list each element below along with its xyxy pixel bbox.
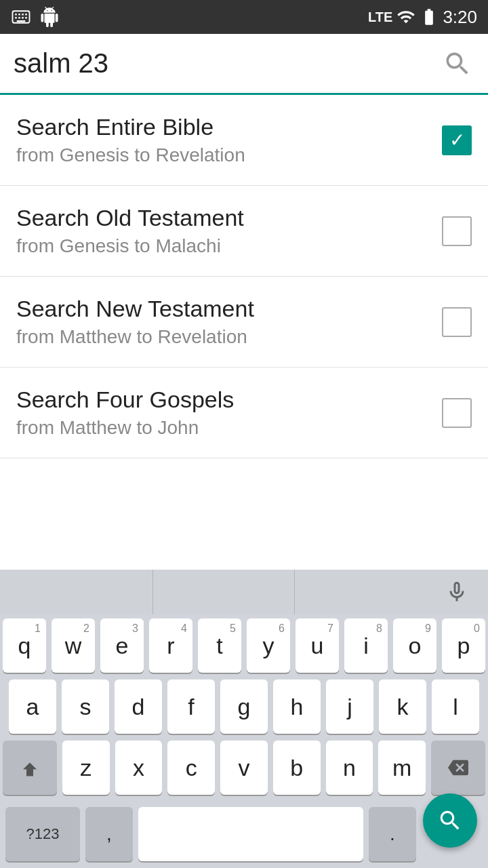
key-i[interactable]: 8i: [344, 618, 388, 673]
shift-key[interactable]: [3, 741, 57, 795]
key-f[interactable]: f: [167, 679, 215, 734]
key-z[interactable]: z: [62, 741, 110, 795]
key-w[interactable]: 2w: [52, 618, 95, 673]
status-bar: LTE 3:20: [0, 0, 488, 34]
key-n[interactable]: n: [326, 741, 373, 795]
checkbox-entire-bible[interactable]: ✓: [442, 125, 472, 155]
option-title-old-testament: Search Old Testament: [16, 205, 442, 231]
key-d[interactable]: d: [115, 679, 162, 734]
svg-rect-10: [26, 774, 33, 776]
key-t[interactable]: 5t: [198, 618, 241, 673]
search-button[interactable]: [441, 47, 474, 81]
option-four-gospels[interactable]: Search Four Gospels from Matthew to John: [0, 368, 488, 458]
key-v[interactable]: v: [220, 741, 268, 795]
option-new-testament[interactable]: Search New Testament from Matthew to Rev…: [0, 277, 488, 368]
search-fab-icon: [437, 808, 463, 833]
keyboard-suggestions: [11, 570, 436, 614]
option-subtitle-four-gospels: from Matthew to John: [16, 417, 442, 439]
option-old-testament[interactable]: Search Old Testament from Genesis to Mal…: [0, 186, 488, 277]
lte-icon: LTE: [368, 9, 392, 25]
status-left-icons: [11, 7, 60, 27]
mic-button[interactable]: [436, 572, 477, 612]
key-c[interactable]: c: [167, 741, 215, 795]
option-subtitle-new-testament: from Matthew to Revelation: [16, 326, 442, 348]
svg-rect-4: [25, 14, 27, 16]
option-subtitle-old-testament: from Genesis to Malachi: [16, 235, 442, 257]
shift-icon: [20, 757, 40, 778]
suggestion-3[interactable]: [295, 570, 436, 614]
key-l[interactable]: l: [432, 679, 479, 734]
search-bar: [0, 34, 488, 95]
key-g[interactable]: g: [220, 679, 268, 734]
option-text-four-gospels: Search Four Gospels from Matthew to John: [16, 387, 442, 439]
key-y[interactable]: 6y: [247, 618, 290, 673]
key-p[interactable]: 0p: [442, 618, 485, 673]
search-input[interactable]: [14, 48, 441, 79]
android-icon: [39, 7, 60, 27]
suggestion-1[interactable]: [11, 570, 153, 614]
option-subtitle-entire-bible: from Genesis to Revelation: [16, 144, 442, 166]
svg-rect-6: [18, 17, 20, 19]
key-m[interactable]: m: [378, 741, 426, 795]
mic-icon: [445, 580, 469, 604]
signal-icon: [396, 7, 415, 26]
key-h[interactable]: h: [273, 679, 321, 734]
svg-rect-5: [15, 17, 17, 19]
option-entire-bible[interactable]: Search Entire Bible from Genesis to Reve…: [0, 95, 488, 186]
options-list: Search Entire Bible from Genesis to Reve…: [0, 95, 488, 458]
search-icon: [443, 49, 472, 79]
svg-rect-1: [15, 14, 17, 16]
option-title-four-gospels: Search Four Gospels: [16, 387, 442, 413]
status-time: 3:20: [443, 7, 477, 28]
keyboard-row-3: z x c v b n m: [3, 741, 485, 795]
svg-rect-7: [22, 17, 24, 19]
comma-key[interactable]: ,: [85, 807, 133, 861]
search-fab[interactable]: [423, 793, 477, 848]
key-x[interactable]: x: [115, 741, 163, 795]
key-e[interactable]: 3e: [100, 618, 144, 673]
option-title-new-testament: Search New Testament: [16, 296, 442, 322]
keyboard-row-2: a s d f g h j k l: [3, 679, 485, 734]
backspace-key[interactable]: [431, 741, 485, 795]
key-o[interactable]: 9o: [393, 618, 436, 673]
key-q[interactable]: 1q: [3, 618, 46, 673]
option-title-entire-bible: Search Entire Bible: [16, 114, 442, 140]
period-key[interactable]: .: [369, 807, 416, 861]
option-text-old-testament: Search Old Testament from Genesis to Mal…: [16, 205, 442, 257]
keyboard-bottom-row: ?123 , .: [0, 802, 488, 868]
key-a[interactable]: a: [9, 679, 56, 734]
key-j[interactable]: j: [326, 679, 373, 734]
keyboard-row-1: 1q 2w 3e 4r 5t 6y 7u 8i 9o 0p: [3, 618, 485, 673]
checkbox-four-gospels[interactable]: [442, 398, 472, 428]
option-text-new-testament: Search New Testament from Matthew to Rev…: [16, 296, 442, 348]
key-s[interactable]: s: [62, 679, 109, 734]
num-switch-key[interactable]: ?123: [5, 807, 80, 861]
checkmark-entire-bible: ✓: [449, 131, 465, 150]
battery-icon: [420, 7, 439, 26]
keyboard: 1q 2w 3e 4r 5t 6y 7u 8i 9o 0p a s d f g …: [0, 570, 488, 868]
key-r[interactable]: 4r: [149, 618, 192, 673]
key-k[interactable]: k: [379, 679, 426, 734]
svg-rect-8: [25, 17, 27, 19]
svg-rect-9: [17, 20, 26, 22]
suggestion-2[interactable]: [153, 570, 296, 614]
status-right-icons: LTE 3:20: [368, 7, 477, 28]
space-key[interactable]: [138, 807, 363, 861]
backspace-icon: [448, 757, 468, 778]
option-text-entire-bible: Search Entire Bible from Genesis to Reve…: [16, 114, 442, 166]
svg-rect-2: [18, 14, 20, 16]
key-b[interactable]: b: [273, 741, 321, 795]
keyboard-toolbar: [0, 570, 488, 614]
checkbox-new-testament[interactable]: [442, 307, 472, 337]
key-u[interactable]: 7u: [296, 618, 339, 673]
svg-rect-3: [22, 14, 24, 16]
keyboard-icon: [11, 7, 31, 27]
checkbox-old-testament[interactable]: [442, 216, 472, 246]
